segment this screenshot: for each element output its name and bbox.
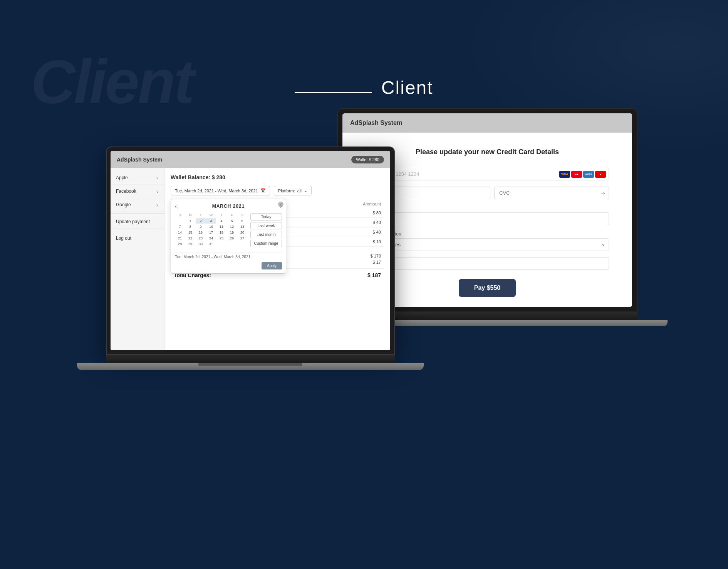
shortcut-last-week[interactable]: Last week (250, 222, 282, 229)
sidebar-divider (111, 213, 164, 214)
cal-day-21[interactable]: 21 (175, 236, 185, 241)
name-group: Name on card (366, 205, 609, 225)
sidebar-logout[interactable]: Log out (111, 232, 164, 245)
zip-input[interactable] (366, 257, 609, 270)
cal-day-3[interactable]: 3 (206, 218, 216, 224)
title-line (295, 92, 372, 93)
cal-day-28[interactable]: 28 (175, 241, 185, 247)
cal-day-14[interactable]: 14 (175, 230, 185, 235)
cal-day-22[interactable]: 22 (185, 236, 195, 241)
cal-day-empty1 (175, 218, 185, 224)
country-select-wrapper: United States ∨ (366, 238, 609, 251)
cvc-input[interactable] (494, 187, 609, 199)
row1-amount: $ 80 (330, 208, 384, 218)
country-label: Country or region (366, 231, 609, 237)
page-title: Client (381, 77, 433, 98)
main-content: Wallet Balance: $ 280 Tue, March 2d, 202… (164, 168, 390, 350)
sidebar-item-google[interactable]: Google ∨ (111, 198, 164, 212)
cal-day-29[interactable]: 29 (185, 241, 195, 247)
date-filter[interactable]: Tue, March 2d, 2021 - Wed, March 3d, 202… (171, 186, 270, 195)
filters-row: Tue, March 2d, 2021 - Wed, March 3d, 202… (171, 186, 384, 195)
cal-day-1[interactable]: 1 (185, 218, 195, 224)
shortcut-last-month[interactable]: Last month (250, 231, 282, 238)
cal-header-m: M (185, 212, 195, 218)
cal-day-15[interactable]: 15 (185, 230, 195, 235)
cal-day-11[interactable]: 11 (216, 224, 226, 229)
shortcut-today[interactable]: Today (250, 213, 282, 221)
calendar-content: S M T W T F S (175, 212, 282, 250)
app-body: Apple ∨ Facebook ∨ Google ∨ (111, 168, 390, 350)
country-select[interactable]: United States (366, 238, 609, 251)
sidebar-item-update-payment[interactable]: Update payment (111, 215, 164, 229)
name-input[interactable] (366, 212, 609, 225)
cal-day-5[interactable]: 5 (227, 218, 237, 224)
shortcut-custom-range[interactable]: Custom range (250, 240, 282, 247)
cal-day-20[interactable]: 20 (237, 230, 247, 235)
cal-day-2[interactable]: 2 (196, 218, 206, 224)
cal-day-31[interactable]: 31 (206, 241, 216, 247)
pay-button[interactable]: Pay $550 (459, 279, 516, 297)
cal-day-17[interactable]: 17 (206, 230, 216, 235)
laptops-container: AdSplash System Please update your new C… (114, 108, 614, 455)
front-laptop-bottom (77, 363, 424, 370)
cc-form-title: Please update your new Credit Card Detai… (366, 148, 609, 156)
sidebar-item-facebook[interactable]: Facebook ∨ (111, 185, 164, 198)
chevron-down-icon: ∨ (156, 176, 159, 180)
calendar-shortcuts: Today Last week Last month Custom range (247, 212, 282, 250)
country-group: Country or region United States ∨ (366, 231, 609, 251)
platform-value: all (297, 189, 302, 193)
cal-day-16[interactable]: 16 (196, 230, 206, 235)
cal-header-s1: S (175, 212, 185, 218)
cal-day-10[interactable]: 10 (206, 224, 216, 229)
sidebar-google-label: Google (116, 202, 131, 207)
back-app-header: AdSplash System (342, 113, 632, 133)
front-screen: AdSplash System Wallet $ 280 Apple ∨ (111, 151, 390, 350)
cal-day-19[interactable]: 19 (227, 230, 237, 235)
cal-day-7[interactable]: 7 (175, 224, 185, 229)
cal-day-24[interactable]: 24 (206, 236, 216, 241)
card-icons: VISA ●● AMEX ● (559, 171, 606, 178)
cal-day-23[interactable]: 23 (196, 236, 206, 241)
cal-header-t2: T (216, 212, 226, 218)
cal-day-30[interactable]: 30 (196, 241, 206, 247)
laptop-front: AdSplash System Wallet $ 280 Apple ∨ (106, 146, 395, 393)
wallet-balance-label: Wallet Balance: (171, 174, 210, 180)
card-number-group: VISA ●● AMEX ● (366, 168, 609, 180)
col-amount: Ammount (330, 200, 384, 208)
mastercard-icon: ●● (571, 171, 582, 178)
calendar-apply-button[interactable]: Apply (262, 262, 282, 269)
cal-day-13[interactable]: 13 (237, 224, 247, 229)
calendar-prev-button[interactable]: ‹ (175, 203, 177, 209)
cal-day-6[interactable]: 6 (237, 218, 247, 224)
cal-day-27[interactable]: 27 (237, 236, 247, 241)
sidebar-update-payment-label: Update payment (116, 219, 150, 224)
row4-amount: $ 10 (330, 237, 384, 247)
cal-header-s2: S (237, 212, 247, 218)
wallet-badge: Wallet $ 280 (351, 156, 384, 163)
calendar-popup: × ‹ MARCH 2021 › (171, 199, 286, 274)
cal-header-w: W (206, 212, 216, 218)
calendar-days-section: S M T W T F S (175, 212, 247, 250)
cal-day-26[interactable]: 26 (227, 236, 237, 241)
cal-day-9[interactable]: 9 (196, 224, 206, 229)
cal-day-8[interactable]: 8 (185, 224, 195, 229)
row2-amount: $ 40 (330, 218, 384, 227)
cal-day-4[interactable]: 4 (216, 218, 226, 224)
app-title: AdSplash System (117, 157, 162, 163)
amex-icon: AMEX (583, 171, 594, 178)
platform-label: Platform: (278, 189, 295, 193)
total-charges-value: $ 187 (367, 272, 381, 278)
sidebar-item-apple[interactable]: Apple ∨ (111, 171, 164, 185)
date-range-text: Tue, March 2d, 2021 - Wed, March 3d, 202… (175, 189, 258, 193)
total-value: $ 170 (370, 254, 381, 258)
calendar-next-button[interactable]: › (280, 203, 282, 209)
cal-day-25[interactable]: 25 (216, 236, 226, 241)
calendar-grid: S M T W T F S (175, 212, 247, 247)
platform-filter[interactable]: Platform: all ⌄ (274, 186, 312, 195)
calendar-header: ‹ MARCH 2021 › (175, 203, 282, 209)
visa-icon: VISA (559, 171, 570, 178)
cal-day-18[interactable]: 18 (216, 230, 226, 235)
row3-amount: $ 40 (330, 227, 384, 237)
cal-day-12[interactable]: 12 (227, 224, 237, 229)
commissions-value: $ 17 (373, 260, 381, 264)
